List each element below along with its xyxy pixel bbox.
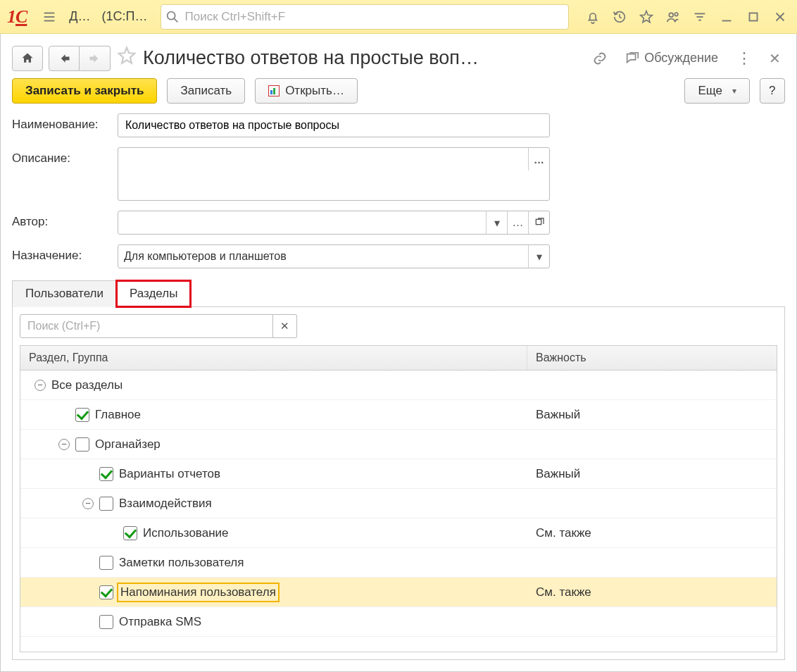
table-row[interactable]: ГлавноеВажный <box>20 400 777 430</box>
tree-search-clear-icon[interactable]: ✕ <box>273 314 297 338</box>
row-label: Взаимодействия <box>119 497 212 511</box>
search-icon <box>161 9 184 25</box>
sections-table-body[interactable]: −Все разделыГлавноеВажный−ОрганайзерВари… <box>20 371 777 652</box>
hamburger-menu-icon[interactable] <box>37 4 62 30</box>
row-importance: Важный <box>527 467 777 481</box>
row-label: Отправка SMS <box>119 615 201 629</box>
row-label: Заметки пользователя <box>119 556 244 570</box>
titlebar: 1C Д… (1С:П… <box>0 0 797 34</box>
table-row[interactable]: ИспользованиеСм. также <box>20 518 777 548</box>
name-label: Наименование: <box>12 113 118 132</box>
page-header: Количество ответов на простые воп… Обсуж… <box>12 41 785 78</box>
destination-dropdown-icon[interactable]: ▾ <box>528 245 549 268</box>
tab-users[interactable]: Пользователи <box>12 280 117 307</box>
tree-search-input[interactable] <box>26 319 267 333</box>
kebab-menu-icon[interactable]: ⋮ <box>729 49 759 68</box>
table-row[interactable]: Отправка SMS <box>20 607 777 637</box>
destination-field[interactable]: Для компьютеров и планшетов ▾ <box>118 244 550 268</box>
svg-rect-16 <box>536 219 541 224</box>
svg-line-4 <box>174 18 177 22</box>
name-field[interactable] <box>118 113 550 137</box>
command-bar: Записать и закрыть Записать Открыть… Еще… <box>12 78 785 113</box>
table-row[interactable]: −Взаимодействия <box>20 489 777 518</box>
svg-point-7 <box>674 13 678 16</box>
destination-label: Назначение: <box>12 244 118 263</box>
author-label: Автор: <box>12 211 118 229</box>
save-and-close-button[interactable]: Записать и закрыть <box>12 78 157 104</box>
tab-sections[interactable]: Разделы <box>116 280 191 307</box>
help-button[interactable]: ? <box>760 78 785 104</box>
collapse-toggle-icon[interactable]: − <box>34 380 46 391</box>
name-input[interactable] <box>124 118 544 132</box>
row-label: Все разделы <box>51 378 123 392</box>
more-button[interactable]: Еще <box>684 78 750 104</box>
author-field[interactable]: ▾ … <box>118 211 550 235</box>
description-field[interactable]: … <box>118 147 550 201</box>
row-label: Главное <box>95 408 141 422</box>
users-icon[interactable] <box>660 4 686 30</box>
svg-point-3 <box>167 11 175 19</box>
author-dropdown-icon[interactable]: ▾ <box>486 211 507 234</box>
description-input[interactable] <box>123 151 525 197</box>
svg-marker-15 <box>119 48 135 63</box>
description-label: Описание: <box>12 147 118 166</box>
sections-table: Раздел, Группа Важность −Все разделыГлав… <box>20 345 777 652</box>
titlebar-app-abbrev: Д… <box>65 4 94 30</box>
table-row[interactable]: Варианты отчетовВажный <box>20 459 777 489</box>
save-button[interactable]: Записать <box>167 78 245 104</box>
bell-icon[interactable] <box>580 4 605 30</box>
author-open-icon[interactable] <box>528 211 549 234</box>
svg-marker-5 <box>641 11 653 22</box>
author-select-button[interactable]: … <box>507 211 528 234</box>
row-checkbox[interactable] <box>99 467 113 481</box>
row-label: Напоминания пользователя <box>119 585 277 600</box>
row-label: Органайзер <box>95 437 161 452</box>
maximize-icon[interactable] <box>741 4 766 30</box>
favorite-toggle-icon[interactable] <box>116 45 137 71</box>
table-row[interactable]: −Органайзер <box>20 430 777 459</box>
row-label: Использование <box>143 526 228 540</box>
collapse-toggle-icon[interactable]: − <box>58 439 70 450</box>
star-icon[interactable] <box>634 4 659 30</box>
column-importance-header[interactable]: Важность <box>527 346 777 370</box>
row-checkbox[interactable] <box>123 526 137 540</box>
global-search-input[interactable] <box>184 9 569 25</box>
page-title: Количество ответов на простые воп… <box>143 47 581 69</box>
row-importance: См. также <box>527 585 777 599</box>
back-button[interactable] <box>49 46 80 71</box>
open-button[interactable]: Открыть… <box>255 78 358 104</box>
svg-rect-12 <box>750 13 758 20</box>
app-logo: 1C <box>4 6 34 27</box>
row-checkbox[interactable] <box>99 585 113 599</box>
row-checkbox[interactable] <box>99 497 113 511</box>
collapse-toggle-icon[interactable]: − <box>82 498 94 509</box>
chart-icon <box>268 85 280 97</box>
form: Наименование: Описание: … Автор: ▾ … <box>12 113 785 268</box>
row-checkbox[interactable] <box>99 615 113 629</box>
discussion-button[interactable]: Обсуждение <box>619 48 724 69</box>
minimize-icon[interactable] <box>714 4 739 30</box>
table-row[interactable]: −Все разделы <box>20 371 777 400</box>
open-button-label: Открыть… <box>285 84 344 98</box>
page-close-icon[interactable]: ✕ <box>765 50 785 67</box>
sections-tab-body: ✕ Раздел, Группа Важность −Все разделыГл… <box>12 307 785 660</box>
row-importance: См. также <box>527 526 777 540</box>
filter-icon[interactable] <box>687 4 713 30</box>
tree-search-field[interactable] <box>20 314 273 338</box>
window-close-icon[interactable] <box>767 4 793 30</box>
row-checkbox[interactable] <box>99 556 113 570</box>
destination-value: Для компьютеров и планшетов <box>118 250 528 263</box>
titlebar-window-caption: (1С:П… <box>98 4 152 30</box>
column-section-header[interactable]: Раздел, Группа <box>20 346 527 370</box>
description-expand-button[interactable]: … <box>528 148 549 170</box>
home-button[interactable] <box>12 46 43 71</box>
row-importance: Важный <box>527 408 777 422</box>
table-row[interactable]: Заметки пользователя <box>20 548 777 578</box>
row-checkbox[interactable] <box>75 437 89 452</box>
forward-button[interactable] <box>80 46 111 71</box>
link-icon[interactable] <box>586 48 613 69</box>
table-row[interactable]: Напоминания пользователяСм. также <box>20 578 777 607</box>
row-checkbox[interactable] <box>75 408 89 422</box>
global-search[interactable] <box>161 4 570 30</box>
history-icon[interactable] <box>607 4 632 30</box>
